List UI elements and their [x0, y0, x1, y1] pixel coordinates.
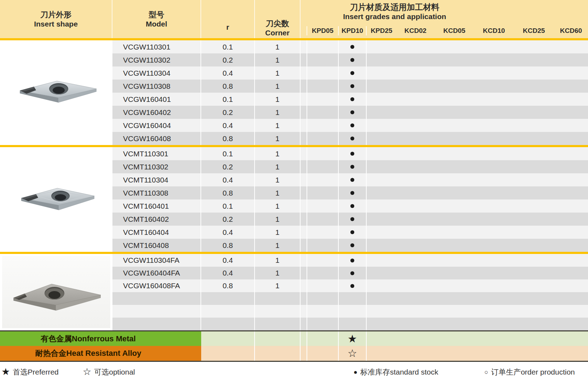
grade-cell-kpd05 — [307, 279, 339, 292]
grade-cell-kcd60 — [554, 213, 588, 226]
application-cell-kpd10: ★ — [339, 331, 367, 346]
table-row-vcgw160401: VCGW1604010.11 — [112, 93, 588, 106]
insert-group-vcgw-fa: VCGW110304FA0.41VCGW160404FA0.41VCGW1604… — [0, 254, 588, 330]
standard-stock-dot — [350, 230, 354, 234]
grade-cell-kpd25 — [367, 106, 396, 119]
grade-cell-kpd05 — [307, 106, 339, 119]
table-row-vcmt160404: VCMT1604040.41 — [112, 226, 588, 239]
grade-cell-kpd10 — [339, 106, 367, 119]
application-cell-r — [201, 346, 255, 361]
legend-preferred: ★ 首选Preferred — [1, 362, 59, 382]
grade-cell-kpd10 — [339, 292, 367, 305]
grade-cell-kpd25 — [367, 147, 396, 160]
grade-cell-kcd02 — [396, 160, 435, 173]
application-row-heat-resistant: 耐热合金Heat Resistant Alloy ☆ — [0, 346, 588, 361]
grade-cell-kcd02 — [396, 132, 435, 145]
spacer-cell — [301, 160, 307, 173]
application-cell-kpd05 — [307, 331, 339, 346]
grade-cell-kpd25 — [367, 279, 396, 292]
corner-cell: 1 — [255, 226, 301, 239]
grade-cell-kpd25 — [367, 226, 396, 239]
corner-cell: 1 — [255, 93, 301, 106]
application-cell-kcd60 — [554, 346, 588, 361]
grade-cell-kcd02 — [396, 147, 435, 160]
grade-cell-kpd25 — [367, 173, 396, 186]
grade-cell-kcd05 — [435, 132, 474, 145]
corner-cell: 1 — [255, 267, 301, 279]
grade-cell-kcd05 — [435, 226, 474, 239]
preferred-star-icon: ★ — [348, 334, 357, 344]
standard-stock-dot — [350, 178, 354, 182]
model-cell — [112, 305, 201, 318]
application-row-nonferrous: 有色金属Nonferrous Metal ★ — [0, 331, 588, 346]
grade-cell-kpd10 — [339, 186, 367, 199]
table-row-vcgw110304fa: VCGW110304FA0.41 — [112, 254, 588, 267]
corner-cell: 1 — [255, 132, 301, 145]
r-cell: 0.1 — [201, 199, 255, 213]
grade-cell-kcd10 — [474, 40, 514, 53]
corner-cell: 1 — [255, 160, 301, 173]
spacer-cell — [301, 254, 307, 267]
spacer-cell — [301, 279, 307, 292]
table-row-vcgw160402: VCGW1604020.21 — [112, 106, 588, 119]
grade-cell-kcd10 — [474, 80, 514, 93]
grade-cell-kcd25 — [514, 93, 554, 106]
spacer-cell — [301, 132, 307, 145]
r-cell: 0.4 — [201, 226, 255, 239]
grade-cell-kcd05 — [435, 119, 474, 132]
model-cell: VCMT160404 — [112, 226, 201, 239]
grade-cell-kpd25 — [367, 119, 396, 132]
grade-cell-kpd05 — [307, 147, 339, 160]
grade-column-label-kpd25: KPD25 — [367, 26, 396, 35]
standard-stock-dot — [350, 259, 354, 262]
corner-cell: 1 — [255, 279, 301, 292]
grade-cell-kpd25 — [367, 40, 396, 53]
grade-cell-kcd60 — [554, 93, 588, 106]
r-cell: 0.8 — [201, 279, 255, 292]
grade-cell-kcd10 — [474, 132, 514, 145]
grade-cell-kcd25 — [514, 132, 554, 145]
corner-cell: 1 — [255, 147, 301, 160]
grade-cell-kpd05 — [307, 186, 339, 199]
insert-group-vcmt: VCMT1103010.11VCMT1103020.21VCMT1103040.… — [0, 147, 588, 252]
grade-cell-kpd10 — [339, 173, 367, 186]
corner-cell: 1 — [255, 186, 301, 199]
grade-cell-kcd60 — [554, 53, 588, 66]
model-cell: VCGW160402 — [112, 106, 201, 119]
grade-cell-kcd05 — [435, 160, 474, 173]
grade-cell-kpd10 — [339, 147, 367, 160]
application-grade-cells: ★ — [201, 331, 588, 346]
spacer-cell — [301, 53, 307, 66]
grade-cell-kcd02 — [396, 93, 435, 106]
grade-column-label-kcd25: KCD25 — [514, 26, 554, 35]
group-rows: VCGW110304FA0.41VCGW160404FA0.41VCGW1604… — [112, 254, 588, 330]
spacer-cell — [301, 106, 307, 119]
grade-cell-kcd10 — [474, 186, 514, 199]
grade-cell-kpd25 — [367, 213, 396, 226]
model-cell — [112, 318, 201, 330]
application-cell-corner — [255, 331, 301, 346]
grade-cell-kpd05 — [307, 254, 339, 267]
grade-cell-kpd10 — [339, 267, 367, 279]
spacer-cell — [301, 226, 307, 239]
grade-cell-kpd25 — [367, 254, 396, 267]
grade-cell-kpd25 — [367, 292, 396, 305]
grade-cell-kcd02 — [396, 80, 435, 93]
r-cell: 0.4 — [201, 254, 255, 267]
model-cell: VCMT160401 — [112, 199, 201, 213]
filled-dot-icon: ● — [354, 369, 357, 375]
grade-cell-kcd10 — [474, 160, 514, 173]
grade-cell-kpd05 — [307, 239, 339, 252]
grade-cell-kcd60 — [554, 226, 588, 239]
group-rows: VCMT1103010.11VCMT1103020.21VCMT1103040.… — [112, 147, 588, 252]
r-cell — [201, 305, 255, 318]
corner-cell: 1 — [255, 53, 301, 66]
grade-cell-kcd02 — [396, 279, 435, 292]
grade-cell-kcd02 — [396, 267, 435, 279]
grade-cell-kcd60 — [554, 160, 588, 173]
r-cell: 0.2 — [201, 160, 255, 173]
grade-cell-kcd10 — [474, 292, 514, 305]
grade-cell-kpd25 — [367, 132, 396, 145]
grade-cell-kpd05 — [307, 267, 339, 279]
grade-cell-kcd25 — [514, 186, 554, 199]
